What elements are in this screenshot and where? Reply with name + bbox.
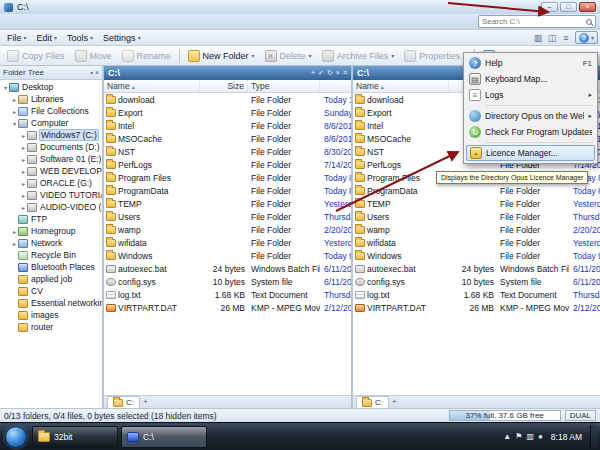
tree-item-audio-video-i[interactable]: ▸AUDIO-VIDEO (I:) [0,201,102,213]
menu-item-help[interactable]: ?HelpF1 [466,55,595,71]
list-options-icon[interactable]: ≡ [560,33,572,43]
expand-arrow-icon[interactable]: ▸ [11,240,18,247]
properties-button[interactable]: Properties▾ [400,48,470,64]
new-folder-button[interactable]: New Folder▾ [184,48,259,64]
file-row[interactable]: IntelFile Folder8/6/2012 [104,119,351,132]
copy-files-button[interactable]: Copy Files [3,48,69,64]
delete-button[interactable]: Delete▾ [261,48,316,64]
tree-item-network[interactable]: ▸Network [0,237,102,249]
expand-arrow-icon[interactable]: ▸ [20,204,27,211]
expand-arrow-icon[interactable]: ▸ [20,180,27,187]
taskbar-button-32bit[interactable]: 32bit [32,426,118,448]
search-input[interactable] [482,17,578,26]
tree-item-bluetooth-places[interactable]: Bluetooth Places [0,261,102,273]
file-row[interactable]: wifidataFile FolderYesterday 12 [353,236,600,249]
file-row[interactable]: ProgramDataFile FolderToday 8 [104,184,351,197]
expand-arrow-icon[interactable]: ▸ [11,96,18,103]
menu-settings[interactable]: Settings▾ [98,32,146,44]
view-panes-icon[interactable]: ▥ [532,33,544,43]
menu-item-directory-opus-on-the-web[interactable]: Directory Opus on the Web▸ [466,108,595,124]
tree-item-cv[interactable]: CV [0,285,102,297]
file-row[interactable]: MSOCacheFile Folder8/6/2012 [104,132,351,145]
file-row[interactable]: NSTFile Folder8/30/2013 11 [104,145,351,158]
action-center-icon[interactable]: ⚑ [515,432,522,441]
file-row[interactable]: wifidataFile FolderYesterday 12 [104,236,351,249]
file-row[interactable]: log.txt1.68 KBText DocumentThursday 10 [353,288,600,301]
refresh-icon[interactable]: ↻ [327,69,333,77]
file-row[interactable]: autoexec.bat24 bytesWindows Batch File6/… [353,262,600,275]
column-header-type[interactable]: Type [248,80,320,92]
move-button[interactable]: Move [71,48,116,64]
tree-item-windows7-c[interactable]: ▸Windows7 (C:) [0,129,102,141]
tree-item-oracle-g[interactable]: ▸ORACLE (G:) [0,177,102,189]
column-header-date[interactable] [320,80,351,92]
tree-item-file-collections[interactable]: ▸File Collections [0,105,102,117]
tree-item-essential-networking-book[interactable]: Essential networking book [0,297,102,309]
show-desktop-button[interactable] [590,425,597,449]
file-row[interactable]: TEMPFile FolderYesterday 12 [104,197,351,210]
rename-button[interactable]: Rename [118,48,175,64]
menu-item-licence-manager[interactable]: •Licence Manager... [466,145,595,161]
menu-tools[interactable]: Tools▾ [62,32,98,44]
tree-item-desktop[interactable]: ▾Desktop [0,81,102,93]
pane-path-bar[interactable]: C:\+✓↻×≡ [104,66,351,80]
network-icon-tray[interactable]: ▥ [526,432,534,441]
file-row[interactable]: config.sys10 bytesSystem file6/11/2009 3 [353,275,600,288]
expand-arrow-icon[interactable]: ▸ [20,192,27,199]
clock[interactable]: 8:18 AM [551,432,582,442]
archive-files-button[interactable]: Archive Files▾ [318,48,399,64]
file-row[interactable]: ProgramDataFile FolderToday 8 [353,184,600,197]
add-tab-icon[interactable]: + [311,69,315,77]
maximize-button[interactable]: □ [560,2,577,12]
column-header-size[interactable]: Size [200,80,248,92]
new-tab-icon[interactable]: + [392,396,397,408]
collapse-arrow-icon[interactable]: ▾ [11,120,18,127]
file-row[interactable]: UsersFile FolderThursday 5 [104,210,351,223]
hidden-icons-arrow[interactable]: ▲ [503,432,511,441]
file-row[interactable]: PerfLogsFile Folder7/14/2009 8 [104,158,351,171]
close-panel-icon[interactable]: × [95,69,99,76]
file-row[interactable]: WindowsFile FolderToday 9 [104,249,351,262]
dual-display-icon[interactable]: ◫ [546,33,558,43]
close-pane-icon[interactable]: × [336,69,340,77]
expand-arrow-icon[interactable]: ▸ [20,144,27,151]
tree-item-software-01-e[interactable]: ▸Software 01 (E:) [0,153,102,165]
tree-item-homegroup[interactable]: ▸Homegroup [0,225,102,237]
tree-item-images[interactable]: images [0,309,102,321]
start-button[interactable] [5,426,27,448]
tree-item-documents-d[interactable]: ▸Documents (D:) [0,141,102,153]
close-button[interactable]: × [579,2,596,12]
expand-arrow-icon[interactable]: ▸ [11,228,18,235]
check-icon[interactable]: ✓ [318,69,324,77]
pin-icon[interactable]: ▪ [90,69,92,76]
expand-arrow-icon[interactable]: ▸ [20,168,27,175]
file-row[interactable]: VIRTPART.DAT26 MBKMP - MPEG Movie File2/… [104,301,351,314]
minimize-button[interactable]: – [541,2,558,12]
tree-item-ftp[interactable]: FTP [0,213,102,225]
menu-item-check-for-program-updates[interactable]: ↻Check For Program Updates... [466,124,595,140]
dual-mode-badge[interactable]: DUAL [565,410,596,421]
file-row[interactable]: log.txt1.68 KBText DocumentThursday 10 [104,288,351,301]
search-box[interactable] [478,15,596,28]
menu-edit[interactable]: Edit▾ [32,32,63,44]
file-row[interactable]: VIRTPART.DAT26 MBKMP - MPEG Movie File2/… [353,301,600,314]
folder-tab[interactable]: C: [356,396,389,408]
file-row[interactable]: wampFile Folder2/20/2014 7 [353,223,600,236]
tree-item-computer[interactable]: ▾Computer [0,117,102,129]
taskbar-button-c[interactable]: C:\ [121,426,207,448]
file-row[interactable]: Program FilesFile FolderToday 8 [104,171,351,184]
collapse-arrow-icon[interactable]: ▾ [2,84,9,91]
file-row[interactable]: UsersFile FolderThursday 5 [353,210,600,223]
tree-item-recycle-bin[interactable]: Recycle Bin [0,249,102,261]
menu-file[interactable]: File▾ [2,32,32,44]
volume-icon[interactable]: ● [538,432,543,441]
tree-item-libraries[interactable]: ▸Libraries [0,93,102,105]
expand-arrow-icon[interactable]: ▸ [20,132,27,139]
file-row[interactable]: TEMPFile FolderYesterday 12 [353,197,600,210]
expand-arrow-icon[interactable]: ▸ [20,156,27,163]
new-tab-icon[interactable]: + [143,396,148,408]
file-row[interactable]: config.sys10 bytesSystem file6/11/2009 3 [104,275,351,288]
file-row[interactable]: autoexec.bat24 bytesWindows Batch File6/… [104,262,351,275]
folder-tab[interactable]: C: [107,396,140,408]
expand-arrow-icon[interactable]: ▸ [11,108,18,115]
